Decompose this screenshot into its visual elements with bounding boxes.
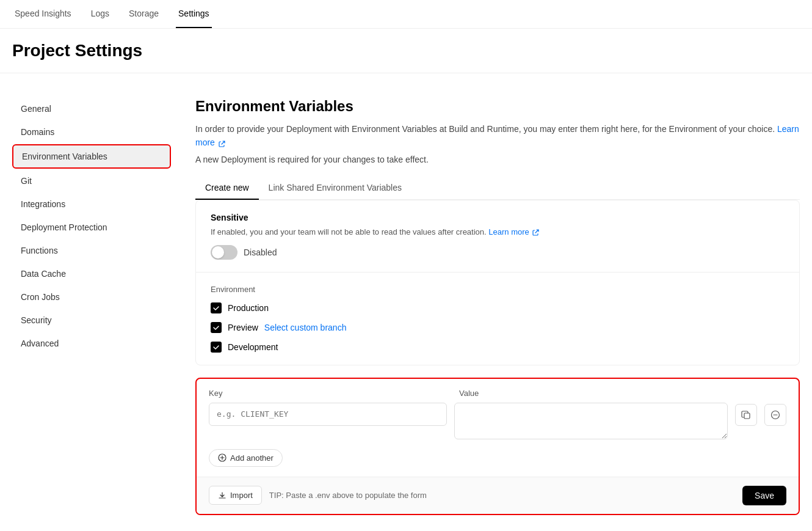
add-another-row: Add another [197,449,799,477]
key-input[interactable] [209,403,447,426]
sensitive-label: Sensitive [211,213,785,222]
section-description: In order to provide your Deployment with… [195,122,800,150]
sidebar-item-environment-variables[interactable]: Environment Variables [12,144,171,169]
value-input[interactable] [454,403,728,439]
plus-circle-icon [218,453,227,462]
sidebar-item-advanced[interactable]: Advanced [12,332,171,354]
import-button[interactable]: Import [209,486,262,505]
tab-link-shared[interactable]: Link Shared Environment Variables [259,177,411,200]
footer-left: Import TIP: Paste a .env above to popula… [209,486,427,505]
learn-more-link-sensitive[interactable]: Learn more [488,227,540,236]
key-value-section: Key Value [195,378,800,515]
top-nav-item-logs[interactable]: Logs [89,0,112,28]
toggle-knob [212,246,224,258]
add-another-label: Add another [230,453,274,463]
toggle-label: Disabled [244,247,277,257]
check-icon [212,304,220,312]
tip-text: TIP: Paste a .env above to populate the … [269,491,427,500]
preview-checkbox[interactable] [211,322,222,333]
svg-rect-0 [744,413,750,419]
sidebar: GeneralDomainsEnvironment VariablesGitIn… [12,86,171,527]
kv-footer: Import TIP: Paste a .env above to popula… [197,477,799,514]
sidebar-item-integrations[interactable]: Integrations [12,193,171,215]
sidebar-item-deployment-protection[interactable]: Deployment Protection [12,216,171,238]
import-label: Import [230,491,253,500]
checkbox-production: Production [211,302,785,313]
development-checkbox[interactable] [211,342,222,353]
external-link-icon-top [219,140,226,147]
production-label: Production [228,303,269,313]
sensitive-toggle[interactable] [211,245,237,260]
remove-env-button[interactable] [764,404,786,426]
add-another-button[interactable]: Add another [209,449,283,467]
copy-icon [741,410,751,420]
check-icon [212,324,220,331]
save-button[interactable]: Save [742,486,786,505]
divider [0,73,812,73]
main-layout: GeneralDomainsEnvironment VariablesGitIn… [0,86,812,527]
sidebar-item-cron-jobs[interactable]: Cron Jobs [12,286,171,308]
checkbox-preview: Preview Select custom branch [211,322,785,333]
section-title: Environment Variables [195,98,800,115]
minus-circle-icon [770,410,780,420]
environment-section: Environment Production Preview Select cu… [196,273,799,365]
page-title: Project Settings [0,29,812,60]
top-nav-item-storage[interactable]: Storage [126,0,161,28]
download-icon [218,491,227,500]
top-nav-item-speed-insights[interactable]: Speed Insights [12,0,74,28]
external-link-icon-sensitive [532,229,540,236]
copy-env-button[interactable] [735,404,757,426]
top-nav: Speed InsightsLogsStorageSettings [0,0,812,29]
notice-text: A new Deployment is required for your ch… [195,155,800,164]
top-nav-item-settings[interactable]: Settings [176,0,212,28]
sidebar-item-security[interactable]: Security [12,309,171,331]
development-label: Development [228,342,278,352]
kv-inputs-row [197,398,799,449]
sidebar-item-functions[interactable]: Functions [12,240,171,262]
production-checkbox[interactable] [211,302,222,313]
sensitive-section: Sensitive If enabled, you and your team … [196,200,799,273]
tab-create-new[interactable]: Create new [195,177,259,200]
select-custom-branch-link[interactable]: Select custom branch [264,323,347,332]
key-label: Key [209,389,447,398]
sidebar-item-general[interactable]: General [12,98,171,120]
sensitive-description: If enabled, you and your team will not b… [211,227,785,236]
preview-label: Preview [228,323,258,332]
value-label: Value [459,389,786,398]
environment-label: Environment [211,285,785,294]
kv-header: Key Value [197,379,799,398]
checkbox-development: Development [211,342,785,353]
tabs: Create newLink Shared Environment Variab… [195,177,800,200]
sidebar-item-domains[interactable]: Domains [12,121,171,143]
sidebar-item-data-cache[interactable]: Data Cache [12,263,171,285]
content-area: Environment Variables In order to provid… [171,86,800,527]
toggle-row: Disabled [211,245,785,260]
sidebar-item-git[interactable]: Git [12,170,171,192]
check-icon [212,343,220,351]
settings-card: Sensitive If enabled, you and your team … [195,200,800,365]
